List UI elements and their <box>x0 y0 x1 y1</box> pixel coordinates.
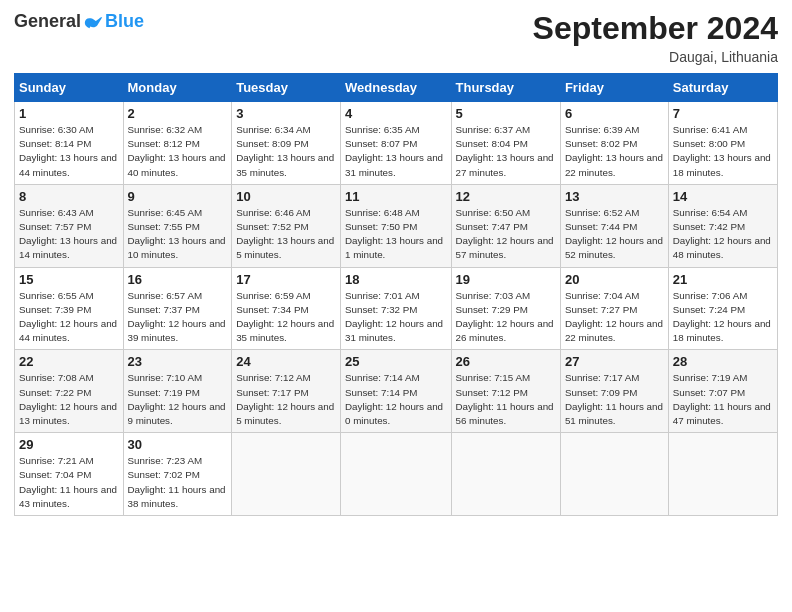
table-row <box>232 433 341 516</box>
day-number: 7 <box>673 106 773 121</box>
header: General Blue September 2024 Daugai, Lith… <box>14 10 778 65</box>
day-info: Sunrise: 7:01 AMSunset: 7:32 PMDaylight:… <box>345 290 443 344</box>
day-number: 2 <box>128 106 228 121</box>
day-info: Sunrise: 7:03 AMSunset: 7:29 PMDaylight:… <box>456 290 554 344</box>
col-friday: Friday <box>560 74 668 102</box>
day-info: Sunrise: 7:10 AMSunset: 7:19 PMDaylight:… <box>128 372 226 426</box>
day-info: Sunrise: 7:12 AMSunset: 7:17 PMDaylight:… <box>236 372 334 426</box>
table-row: 17Sunrise: 6:59 AMSunset: 7:34 PMDayligh… <box>232 267 341 350</box>
day-info: Sunrise: 7:15 AMSunset: 7:12 PMDaylight:… <box>456 372 554 426</box>
title-block: September 2024 Daugai, Lithuania <box>533 10 778 65</box>
table-row: 4Sunrise: 6:35 AMSunset: 8:07 PMDaylight… <box>341 102 451 185</box>
day-info: Sunrise: 6:59 AMSunset: 7:34 PMDaylight:… <box>236 290 334 344</box>
day-info: Sunrise: 6:37 AMSunset: 8:04 PMDaylight:… <box>456 124 554 178</box>
table-row: 25Sunrise: 7:14 AMSunset: 7:14 PMDayligh… <box>341 350 451 433</box>
table-row: 26Sunrise: 7:15 AMSunset: 7:12 PMDayligh… <box>451 350 560 433</box>
day-info: Sunrise: 6:52 AMSunset: 7:44 PMDaylight:… <box>565 207 663 261</box>
table-row <box>451 433 560 516</box>
day-number: 11 <box>345 189 446 204</box>
col-wednesday: Wednesday <box>341 74 451 102</box>
day-info: Sunrise: 6:55 AMSunset: 7:39 PMDaylight:… <box>19 290 117 344</box>
table-row: 21Sunrise: 7:06 AMSunset: 7:24 PMDayligh… <box>668 267 777 350</box>
table-row: 10Sunrise: 6:46 AMSunset: 7:52 PMDayligh… <box>232 184 341 267</box>
day-info: Sunrise: 6:39 AMSunset: 8:02 PMDaylight:… <box>565 124 663 178</box>
col-tuesday: Tuesday <box>232 74 341 102</box>
day-info: Sunrise: 6:48 AMSunset: 7:50 PMDaylight:… <box>345 207 443 261</box>
day-info: Sunrise: 7:23 AMSunset: 7:02 PMDaylight:… <box>128 455 226 509</box>
table-row: 22Sunrise: 7:08 AMSunset: 7:22 PMDayligh… <box>15 350 124 433</box>
calendar-table: Sunday Monday Tuesday Wednesday Thursday… <box>14 73 778 516</box>
day-number: 17 <box>236 272 336 287</box>
day-info: Sunrise: 6:30 AMSunset: 8:14 PMDaylight:… <box>19 124 117 178</box>
table-row: 1Sunrise: 6:30 AMSunset: 8:14 PMDaylight… <box>15 102 124 185</box>
day-info: Sunrise: 7:04 AMSunset: 7:27 PMDaylight:… <box>565 290 663 344</box>
table-row: 18Sunrise: 7:01 AMSunset: 7:32 PMDayligh… <box>341 267 451 350</box>
logo-blue: Blue <box>105 11 144 32</box>
col-monday: Monday <box>123 74 232 102</box>
day-number: 18 <box>345 272 446 287</box>
day-number: 14 <box>673 189 773 204</box>
day-info: Sunrise: 7:08 AMSunset: 7:22 PMDaylight:… <box>19 372 117 426</box>
table-row: 29Sunrise: 7:21 AMSunset: 7:04 PMDayligh… <box>15 433 124 516</box>
day-info: Sunrise: 6:50 AMSunset: 7:47 PMDaylight:… <box>456 207 554 261</box>
table-row: 27Sunrise: 7:17 AMSunset: 7:09 PMDayligh… <box>560 350 668 433</box>
day-number: 16 <box>128 272 228 287</box>
day-info: Sunrise: 6:43 AMSunset: 7:57 PMDaylight:… <box>19 207 117 261</box>
table-row: 6Sunrise: 6:39 AMSunset: 8:02 PMDaylight… <box>560 102 668 185</box>
logo: General Blue <box>14 10 144 32</box>
table-row: 5Sunrise: 6:37 AMSunset: 8:04 PMDaylight… <box>451 102 560 185</box>
day-number: 26 <box>456 354 556 369</box>
day-info: Sunrise: 7:14 AMSunset: 7:14 PMDaylight:… <box>345 372 443 426</box>
day-info: Sunrise: 6:35 AMSunset: 8:07 PMDaylight:… <box>345 124 443 178</box>
col-sunday: Sunday <box>15 74 124 102</box>
day-number: 8 <box>19 189 119 204</box>
table-row: 13Sunrise: 6:52 AMSunset: 7:44 PMDayligh… <box>560 184 668 267</box>
day-number: 6 <box>565 106 664 121</box>
day-number: 12 <box>456 189 556 204</box>
table-row: 20Sunrise: 7:04 AMSunset: 7:27 PMDayligh… <box>560 267 668 350</box>
day-number: 30 <box>128 437 228 452</box>
day-number: 19 <box>456 272 556 287</box>
month-title: September 2024 <box>533 10 778 47</box>
day-info: Sunrise: 6:32 AMSunset: 8:12 PMDaylight:… <box>128 124 226 178</box>
day-number: 24 <box>236 354 336 369</box>
table-row: 2Sunrise: 6:32 AMSunset: 8:12 PMDaylight… <box>123 102 232 185</box>
table-row: 23Sunrise: 7:10 AMSunset: 7:19 PMDayligh… <box>123 350 232 433</box>
day-number: 25 <box>345 354 446 369</box>
day-number: 22 <box>19 354 119 369</box>
day-info: Sunrise: 7:19 AMSunset: 7:07 PMDaylight:… <box>673 372 771 426</box>
day-info: Sunrise: 6:34 AMSunset: 8:09 PMDaylight:… <box>236 124 334 178</box>
day-info: Sunrise: 6:57 AMSunset: 7:37 PMDaylight:… <box>128 290 226 344</box>
day-info: Sunrise: 6:54 AMSunset: 7:42 PMDaylight:… <box>673 207 771 261</box>
logo-bird-icon <box>83 10 105 32</box>
table-row: 11Sunrise: 6:48 AMSunset: 7:50 PMDayligh… <box>341 184 451 267</box>
table-row: 9Sunrise: 6:45 AMSunset: 7:55 PMDaylight… <box>123 184 232 267</box>
day-number: 9 <box>128 189 228 204</box>
table-row: 14Sunrise: 6:54 AMSunset: 7:42 PMDayligh… <box>668 184 777 267</box>
table-row: 3Sunrise: 6:34 AMSunset: 8:09 PMDaylight… <box>232 102 341 185</box>
day-info: Sunrise: 7:06 AMSunset: 7:24 PMDaylight:… <box>673 290 771 344</box>
table-row: 30Sunrise: 7:23 AMSunset: 7:02 PMDayligh… <box>123 433 232 516</box>
table-row: 12Sunrise: 6:50 AMSunset: 7:47 PMDayligh… <box>451 184 560 267</box>
table-row: 8Sunrise: 6:43 AMSunset: 7:57 PMDaylight… <box>15 184 124 267</box>
table-row: 7Sunrise: 6:41 AMSunset: 8:00 PMDaylight… <box>668 102 777 185</box>
day-number: 15 <box>19 272 119 287</box>
col-thursday: Thursday <box>451 74 560 102</box>
col-saturday: Saturday <box>668 74 777 102</box>
table-row: 24Sunrise: 7:12 AMSunset: 7:17 PMDayligh… <box>232 350 341 433</box>
table-row: 19Sunrise: 7:03 AMSunset: 7:29 PMDayligh… <box>451 267 560 350</box>
table-row <box>341 433 451 516</box>
day-info: Sunrise: 6:45 AMSunset: 7:55 PMDaylight:… <box>128 207 226 261</box>
table-row <box>668 433 777 516</box>
day-info: Sunrise: 6:41 AMSunset: 8:00 PMDaylight:… <box>673 124 771 178</box>
day-number: 3 <box>236 106 336 121</box>
day-info: Sunrise: 7:21 AMSunset: 7:04 PMDaylight:… <box>19 455 117 509</box>
logo-general: General <box>14 11 81 32</box>
day-number: 10 <box>236 189 336 204</box>
day-number: 4 <box>345 106 446 121</box>
day-info: Sunrise: 7:17 AMSunset: 7:09 PMDaylight:… <box>565 372 663 426</box>
day-number: 5 <box>456 106 556 121</box>
day-number: 28 <box>673 354 773 369</box>
day-number: 1 <box>19 106 119 121</box>
page: General Blue September 2024 Daugai, Lith… <box>0 0 792 612</box>
